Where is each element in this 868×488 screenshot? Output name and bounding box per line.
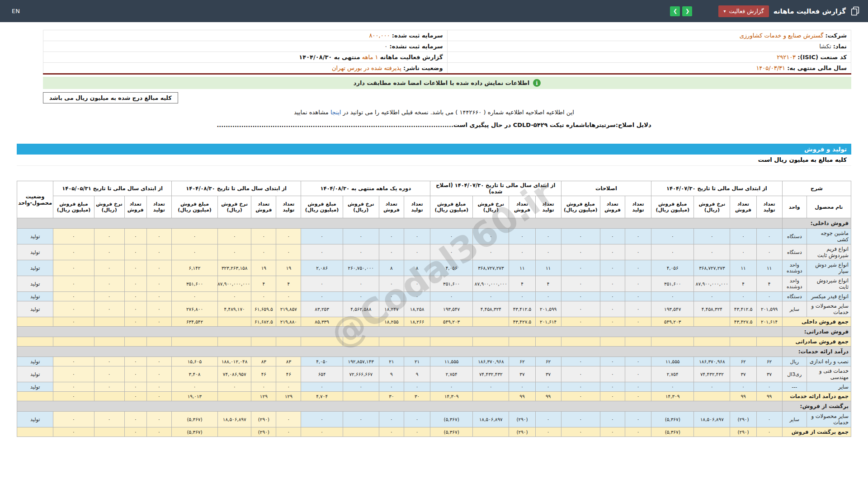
topbar: گزارش فعالیت ماهانه گزارش فعالیت ▾ ❮ ❯ E…: [0, 0, 868, 22]
table-cell: ۰: [146, 392, 171, 401]
column-header: وضعیت محصول-واحد: [17, 181, 53, 218]
table-cell: ۱۸,۲۵۸: [404, 301, 430, 317]
table-cell: ۰: [124, 392, 146, 401]
next-announcement-button[interactable]: ❯: [682, 6, 692, 16]
table-row: انواع فریم شیردوش ثابتدستگاه۰۰۰۰۰۰۰۰۰۰۰۰…: [17, 244, 851, 260]
table-row: انواع شیردوش ثابتواحد دوشنده۴۴۸۷,۹۰۰,۰۰۰…: [17, 276, 851, 292]
table-cell: ۲۰۱,۶۱۴: [535, 317, 561, 327]
column-header: نرخ فروش (ریال): [343, 196, 379, 218]
table-cell: ۰: [404, 427, 430, 437]
table-cell: ۳۶۸,۷۲۷,۲۷۳: [473, 260, 509, 276]
table-cell: ۶۲: [535, 357, 561, 366]
table-cell: ۱۸,۵۰۶,۸۹۷: [473, 412, 509, 427]
table-cell: ۱۲۹: [276, 392, 301, 401]
table-cell: ۱۹: [251, 260, 276, 276]
table-cell: ۰: [600, 382, 625, 392]
symbol-label: نماد:: [833, 43, 847, 50]
product-unit: واحد دوشنده: [782, 260, 807, 276]
table-cell: ۰: [379, 276, 404, 292]
column-group-header: دوره یک ماهه منتهی به ۱۴۰۴/۰۸/۳۰: [301, 181, 430, 196]
previous-version-link[interactable]: اینجا: [330, 109, 341, 116]
column-header: تعداد فروش: [251, 196, 276, 218]
table-cell: ۹۹: [730, 392, 756, 401]
previous-announcement-button[interactable]: ❮: [670, 6, 680, 16]
table-cell: ۹: [379, 366, 404, 382]
total-row: جمع برگشت از فروش۰(۲۹۰)(۵,۳۶۷)۰۰۰۰(۲۹۰)(…: [17, 427, 851, 437]
table-cell: ۰: [124, 292, 146, 301]
table-cell: (۲۹۰): [251, 427, 276, 437]
table-cell: (۵,۳۶۷): [171, 412, 217, 427]
column-header: نرخ فروش (ریال): [473, 196, 509, 218]
table-cell: ۱۸,۲۴۷: [379, 301, 404, 317]
table-cell: ۰: [94, 366, 124, 382]
table-cell: ۰: [53, 366, 94, 382]
table-cell: [218, 427, 251, 437]
table-row: سایر محصولات و خدماتسایر۰(۲۹۰)۱۸,۵۰۶,۸۹۷…: [17, 412, 851, 427]
table-cell: ۰: [694, 382, 730, 392]
table-cell: [473, 427, 509, 437]
table-cell: ۰: [600, 244, 625, 260]
isic-label: کد صنعت (ISIC):: [797, 54, 847, 61]
table-cell: ۲۰۱,۶۱۴: [756, 317, 782, 327]
table-cell: ۳۷: [730, 366, 756, 382]
table-cell: ۰: [600, 427, 625, 437]
table-cell: (۲۹۰): [730, 412, 756, 427]
column-header: مبلغ فروش (میلیون ریال): [53, 196, 94, 218]
table-cell: [343, 337, 379, 347]
table-amounts-note: کلیه مبالغ به میلیون ریال است: [17, 155, 851, 166]
table-cell: ۴: [756, 276, 782, 292]
amounts-unit-note: کلیه مبالغ درج شده به میلیون ریال می باش…: [43, 92, 178, 103]
table-cell: ۲۶۰,۷۵۰,۰۰۰: [343, 260, 379, 276]
table-cell: ۱۱: [509, 260, 535, 276]
column-header: مبلغ فروش (میلیون ریال): [651, 196, 694, 218]
table-cell: ۰: [756, 229, 782, 244]
table-cell: ۶,۱۴۲: [171, 260, 217, 276]
table-cell: (۵,۳۶۷): [430, 412, 473, 427]
table-cell: ۰: [276, 292, 301, 301]
table-cell: ۳۵۱,۶۰۰: [171, 276, 217, 292]
table-row: سایر محصولات و خدماتسایر۲۰۱,۵۹۹۴۳,۴۱۲.۵۴…: [17, 301, 851, 317]
report-type-dropdown[interactable]: گزارش فعالیت ▾: [718, 5, 769, 17]
table-cell: ۰: [343, 382, 379, 392]
table-header-row: نام محصولواحدتعداد تولیدتعداد فروشنرخ فر…: [17, 196, 851, 218]
table-cell: [651, 337, 694, 347]
report-copy-icon[interactable]: [850, 6, 860, 16]
table-cell: ۸: [404, 260, 430, 276]
table-cell: ۴۶: [251, 366, 276, 382]
column-header: نرخ فروش (ریال): [94, 196, 124, 218]
table-cell: ۰: [600, 366, 625, 382]
product-name: نصب و راه اندازی: [807, 357, 851, 366]
table-cell: ۸۳: [276, 357, 301, 366]
product-status: [17, 317, 53, 327]
table-cell: ۰: [218, 292, 251, 301]
table-cell: ۰: [600, 412, 625, 427]
table-cell: ۰: [694, 292, 730, 301]
product-status: [17, 427, 53, 437]
table-cell: [218, 392, 251, 401]
table-cell: ۴,۰۵۰: [301, 357, 343, 366]
table-cell: ۰: [430, 382, 473, 392]
language-toggle[interactable]: EN: [12, 8, 20, 14]
product-status: تولید: [17, 260, 53, 276]
product-status: تولید: [17, 382, 53, 392]
table-cell: ۰: [651, 292, 694, 301]
table-cell: ۰: [625, 260, 651, 276]
table-cell: [473, 337, 509, 347]
table-cell: ۰: [94, 260, 124, 276]
column-group-header: از ابتدای سال مالی تا تاریخ ۱۴۰۴/۰۷/۳۰: [651, 181, 783, 196]
table-cell: ۱۹۳,۵۴۷: [651, 301, 694, 317]
table-cell: [251, 337, 276, 347]
table-cell: ۰: [343, 412, 379, 427]
column-group-header: اصلاحات: [561, 181, 651, 196]
table-cell: ۸۵,۳۳۹: [301, 317, 343, 327]
table-cell: ۰: [53, 412, 94, 427]
section-row: فروش صادراتی:: [17, 327, 851, 337]
table-cell: [756, 337, 782, 347]
table-cell: ۹۹: [756, 392, 782, 401]
table-cell: ۴۶: [276, 366, 301, 382]
caret-down-icon: ▾: [723, 9, 726, 14]
column-header: تعداد فروش: [124, 196, 146, 218]
column-header: مبلغ فروش (میلیون ریال): [561, 196, 600, 218]
table-cell: (۵,۳۶۷): [171, 427, 217, 437]
table-cell: ۰: [146, 292, 171, 301]
